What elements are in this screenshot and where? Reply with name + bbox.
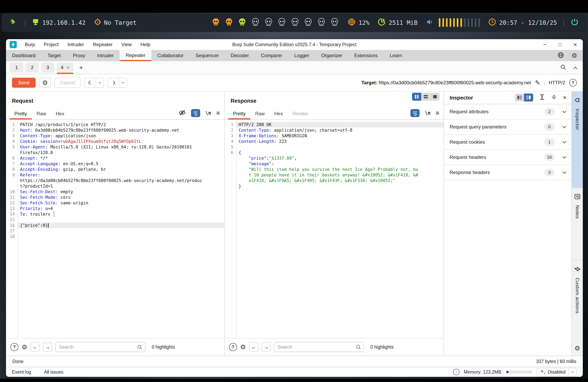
settings-gear-icon[interactable]: ⚙ [571,52,577,59]
view-tab-hex[interactable]: Hex [51,109,69,119]
next-match-button[interactable]: → [262,343,271,352]
view-tab-pretty[interactable]: Pretty [10,109,32,119]
all-issues-button[interactable]: All issues [44,369,63,375]
back-button[interactable] [85,78,96,87]
inspector-section-response-headers[interactable]: Response headers3 [444,165,571,180]
event-log-button[interactable]: Event log [12,369,31,375]
sidebar-tab-inspector[interactable]: Inspector [572,92,583,188]
menu-view[interactable]: View [117,39,136,50]
search-settings-icon[interactable]: ⚙ [21,343,27,351]
tab-comparer[interactable]: Comparer [255,50,288,61]
minimize-button[interactable]: − [537,39,552,50]
close-tab-icon[interactable]: × [67,65,69,70]
sidebar-tab-custom-actions[interactable]: Custom actions [572,261,583,344]
sidebar-tab-notes[interactable]: Notes [572,188,583,261]
sidebar-settings-gear-icon[interactable]: ⚙ [574,344,580,352]
notes-icon [574,193,581,201]
line-number: 12 [6,200,17,206]
new-tab-button[interactable]: + [77,62,85,73]
history-forward-split-button[interactable] [108,78,127,88]
ai-disabled-button[interactable]: Disabled [537,368,577,376]
volume-bars[interactable] [439,18,480,27]
forward-dropdown[interactable] [119,78,127,87]
search-icon[interactable] [560,64,567,71]
cancel-button[interactable]: Cancel [54,78,81,88]
tab-learn[interactable]: Learn [384,50,408,61]
close-inspector-icon[interactable]: × [563,94,567,101]
repeater-tab-4[interactable]: 4× [57,62,73,73]
close-button[interactable]: × [567,39,583,50]
send-settings-gear-button[interactable]: ⚙ [39,78,51,88]
collapse-all-icon[interactable] [551,94,557,101]
menu-hamburger-icon[interactable]: ≡ [216,110,220,116]
view-tab-render[interactable]: Render [288,109,313,119]
menu-intruder[interactable]: Intruder [63,39,88,50]
search-help-icon[interactable]: ? [10,343,18,351]
newline-visibility-icon[interactable]: \n [205,110,211,116]
word-wrap-toggle[interactable] [410,109,420,117]
code-line: 1PATCH /api/products/1/price HTTP/2 [6,122,224,128]
word-wrap-toggle[interactable] [191,109,200,117]
forward-button[interactable] [108,78,119,87]
menu-project[interactable]: Project [39,39,63,50]
repeater-tab-1[interactable]: 1 [10,62,23,73]
view-tab-hex[interactable]: Hex [270,109,288,119]
view-tab-raw[interactable]: Raw [251,109,270,119]
pause-layout-button[interactable] [412,93,421,101]
inspector-section-request-query-parameters[interactable]: Request query parameters0 [444,119,571,135]
tab-organizer[interactable]: Organizer [315,50,348,61]
single-layout-button[interactable] [430,93,440,101]
tab-sequencer[interactable]: Sequencer [189,50,225,61]
response-viewer[interactable]: 1HTTP/2 200 OK2Content-Type: application… [225,120,444,338]
response-search-input[interactable] [274,342,364,352]
menu-repeater[interactable]: Repeater [88,39,117,50]
power-icon[interactable] [570,18,579,28]
target-url: https://0a3d00cb04b5279c80e23ff600f60025… [379,80,531,85]
horizontal-layout-button[interactable] [421,93,430,101]
help-icon[interactable]: ? [569,79,577,87]
globe-icon[interactable] [557,52,564,59]
hide-eye-icon[interactable] [179,109,186,117]
repeater-tab-3[interactable]: 3 [41,62,54,73]
tab-target[interactable]: Target [42,50,67,61]
tab-intruder[interactable]: Intruder [91,50,120,61]
view-tab-pretty[interactable]: Pretty [228,109,251,119]
tab-logger[interactable]: Logger [288,50,315,61]
prev-match-button[interactable]: ← [31,343,40,352]
menu-burp[interactable]: Burp [21,39,39,50]
view-tab-raw[interactable]: Raw [32,109,51,119]
menu-help[interactable]: Help [136,39,155,50]
chevron-up-icon[interactable] [573,67,577,71]
target-group[interactable]: No Target [94,18,137,27]
speaker-icon[interactable] [426,18,434,28]
inspector-section-request-attributes[interactable]: Request attributes2 [444,104,571,119]
search-settings-icon[interactable]: ⚙ [240,343,246,351]
prev-match-button[interactable]: ← [249,343,258,352]
tab-extensions[interactable]: Extensions [348,50,384,61]
history-back-split-button[interactable] [84,78,104,88]
newline-visibility-icon[interactable]: \n [425,110,431,116]
info-icon[interactable]: i [453,369,459,375]
dock-left-button[interactable] [515,94,524,101]
tab-collaborator[interactable]: Collaborator [151,50,189,61]
tab-dashboard[interactable]: Dashboard [6,50,42,61]
tab-decoder[interactable]: Decoder [225,50,255,61]
maximize-button[interactable]: □ [552,39,567,50]
dock-right-button[interactable] [524,94,533,101]
pencil-edit-icon[interactable]: ✎ [535,79,540,87]
request-editor[interactable]: 1PATCH /api/products/1/price HTTP/22Host… [6,120,224,338]
menu-hamburger-icon[interactable]: ≡ [436,110,439,116]
repeater-tab-2[interactable]: 2 [26,62,39,73]
request-search-input[interactable] [55,342,146,352]
code-text: Content-Type: application/json [17,133,224,139]
section-label: Request attributes [450,109,544,115]
search-help-icon[interactable]: ? [229,343,237,351]
tab-proxy[interactable]: Proxy [67,50,91,61]
expand-all-icon[interactable] [539,94,545,101]
back-dropdown[interactable] [96,78,104,87]
send-button[interactable]: Send [12,78,36,88]
inspector-section-request-cookies[interactable]: Request cookies1 [444,135,571,150]
tab-repeater[interactable]: Repeater [120,50,151,61]
next-match-button[interactable]: → [43,343,52,352]
inspector-section-request-headers[interactable]: Request headers16 [444,150,571,165]
